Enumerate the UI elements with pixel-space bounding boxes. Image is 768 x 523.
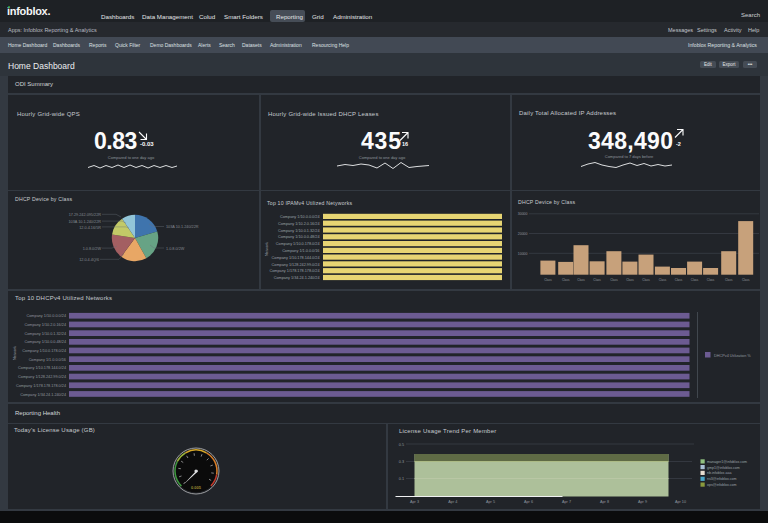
svg-text:Apr 7: Apr 7 [561, 500, 570, 504]
svg-text:gmp1@infoblox.com: gmp1@infoblox.com [707, 466, 740, 470]
svg-text:Apr 3: Apr 3 [409, 500, 418, 504]
svg-text:12.0.4.4Q/6: 12.0.4.4Q/6 [79, 258, 99, 262]
svg-text:Company 1/178.178.178.0/24: Company 1/178.178.178.0/24 [269, 269, 319, 273]
svg-text:0.3: 0.3 [398, 460, 403, 464]
svg-text:Company 1/10.0.0.48/24: Company 1/10.0.0.48/24 [24, 340, 66, 344]
svg-text:Company 1/128.242.99.0/24: Company 1/128.242.99.0/24 [272, 263, 320, 267]
svg-text:Class: Class [706, 278, 714, 282]
svg-text:Company 1/10.0.1.32/24: Company 1/10.0.1.32/24 [24, 332, 66, 336]
svg-text:103A 10.1.240/22R: 103A 10.1.240/22R [166, 225, 199, 229]
svg-text:Class: Class [674, 278, 682, 282]
svg-text:Company 1/178.178.178.0/24: Company 1/178.178.178.0/24 [16, 384, 66, 388]
svg-text:Company 1/1.0.0.0/16: Company 1/1.0.0.0/16 [29, 358, 66, 362]
svg-text:Company 1/10.2.0.16/24: Company 1/10.2.0.16/24 [278, 222, 320, 226]
svg-text:Company 1/10.0.178.0/24: Company 1/10.0.178.0/24 [276, 242, 320, 246]
svg-text:Apr 10: Apr 10 [674, 500, 685, 504]
svg-text:Company 1/128.242.99.0/24: Company 1/128.242.99.0/24 [18, 375, 66, 379]
svg-text:Class: Class [658, 278, 666, 282]
svg-text:Apr 6: Apr 6 [523, 500, 532, 504]
svg-text:1.0.8.0/2W: 1.0.8.0/2W [166, 247, 185, 251]
svg-text:Class: Class [561, 278, 569, 282]
svg-text:DHCPv4 Utilization %: DHCPv4 Utilization % [714, 354, 751, 358]
svg-text:Class: Class [724, 278, 732, 282]
svg-text:Company 1/10.0.178.0/24: Company 1/10.0.178.0/24 [22, 349, 66, 353]
svg-text:Apr 4: Apr 4 [448, 500, 457, 504]
svg-text:Company 1/10.178.144.0/24: Company 1/10.178.144.0/24 [18, 366, 66, 370]
svg-text:Company 1/10.0.0.48/24: Company 1/10.0.0.48/24 [278, 235, 320, 239]
svg-text:0.1: 0.1 [398, 477, 403, 481]
svg-text:Class: Class [626, 278, 634, 282]
svg-text:Company 1/10.178.144.0/24: Company 1/10.178.144.0/24 [272, 256, 320, 260]
svg-text:Company 1/34.24.1.240/24: Company 1/34.24.1.240/24 [274, 276, 320, 280]
svg-text:Class: Class [577, 278, 585, 282]
svg-text:Class: Class [544, 278, 552, 282]
svg-text:Network: Network [13, 346, 17, 360]
svg-text:Class: Class [593, 278, 601, 282]
svg-text:Class: Class [642, 278, 650, 282]
svg-text:30000: 30000 [517, 212, 527, 216]
svg-text:17.29.242.095/22R: 17.29.242.095/22R [69, 213, 102, 217]
svg-text:Company 1/1.0.0.0/16: Company 1/1.0.0.0/16 [282, 249, 319, 253]
svg-text:Network: Network [265, 242, 269, 256]
svg-text:ns3@infoblox.com: ns3@infoblox.com [707, 477, 737, 481]
svg-text:0.5: 0.5 [398, 443, 403, 447]
svg-text:Apr 5: Apr 5 [485, 500, 494, 504]
svg-text:Class: Class [741, 278, 749, 282]
svg-text:20000: 20000 [517, 232, 527, 236]
svg-text:Company 1/10.0.0.0/24: Company 1/10.0.0.0/24 [27, 314, 66, 318]
svg-text:0.005: 0.005 [191, 485, 202, 490]
svg-text:103A 10.1.240/22R: 103A 10.1.240/22R [68, 220, 101, 224]
svg-text:Company 1/10.2.0.16/24: Company 1/10.2.0.16/24 [24, 323, 66, 327]
svg-text:Apr 8: Apr 8 [599, 500, 608, 504]
svg-text:Company 1/10.0.0.0/24: Company 1/10.0.0.0/24 [280, 215, 319, 219]
svg-text:ops@infoblox.com: ops@infoblox.com [707, 483, 737, 487]
svg-text:10000: 10000 [517, 252, 527, 256]
svg-text:Class: Class [690, 278, 698, 282]
svg-text:12.0.4.16/5R: 12.0.4.16/5R [79, 226, 101, 230]
svg-text:nb.infoblox.aaa: nb.infoblox.aaa [707, 471, 731, 475]
svg-text:Company 1/34.24.1.240/24: Company 1/34.24.1.240/24 [20, 393, 66, 397]
svg-text:Apr 9: Apr 9 [637, 500, 646, 504]
svg-text:Company 1/10.0.1.32/24: Company 1/10.0.1.32/24 [278, 229, 320, 233]
svg-text:Class: Class [610, 278, 618, 282]
svg-text:1.0.8.0/2W: 1.0.8.0/2W [83, 247, 102, 251]
svg-text:manager1@infoblox.com: manager1@infoblox.com [707, 460, 747, 464]
